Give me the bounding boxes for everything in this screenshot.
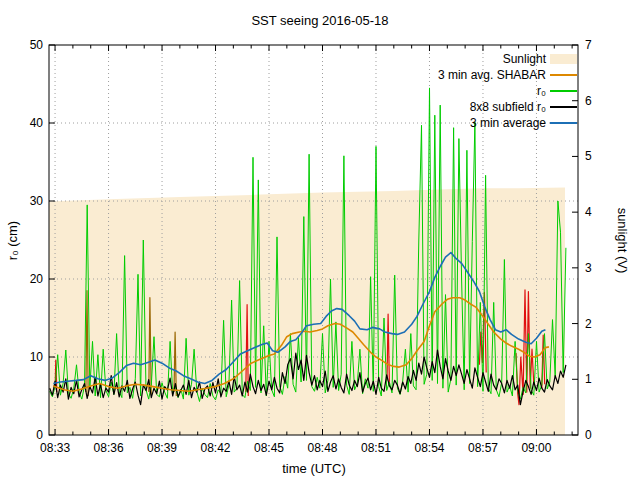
y-tick-label: 50 [30, 38, 44, 52]
x-tick-label: 09:00 [521, 441, 551, 455]
y2-tick-label: 6 [585, 94, 592, 108]
legend-row: Sunlight [240, 51, 578, 67]
legend-label: Sunlight [503, 51, 546, 67]
y2-tick-label: 5 [585, 149, 592, 163]
x-tick-label: 08:48 [307, 441, 337, 455]
screenshot-root: SST seeing 2016-05-18 r₀ (cm) sunlight (… [0, 0, 640, 480]
y-tick-label: 30 [30, 194, 44, 208]
legend-box-swatch [550, 54, 577, 64]
legend-line-swatch [550, 122, 577, 124]
x-tick-label: 08:42 [201, 441, 231, 455]
x-tick-label: 08:45 [254, 441, 284, 455]
x-tick-label: 08:54 [414, 441, 444, 455]
legend-line-swatch [550, 106, 577, 108]
y2-tick-label: 3 [585, 261, 592, 275]
y2-tick-label: 7 [585, 38, 592, 52]
y2-tick-label: 0 [585, 428, 592, 442]
legend-row: r₀ [240, 83, 578, 99]
x-tick-label: 08:36 [94, 441, 124, 455]
legend-row: 3 min average [240, 115, 578, 131]
y-tick-label: 10 [30, 350, 44, 364]
x-tick-label: 08:39 [147, 441, 177, 455]
legend-label: r₀ [537, 83, 546, 99]
y-tick-label: 40 [30, 116, 44, 130]
x-tick-label: 08:57 [468, 441, 498, 455]
chart-legend: Sunlight3 min avg. SHABARr₀8x8 subfield … [240, 51, 578, 131]
legend-row: 3 min avg. SHABAR [240, 67, 578, 83]
y2-tick-label: 1 [585, 372, 592, 386]
y-tick-label: 0 [36, 428, 43, 442]
legend-label: 3 min average [470, 115, 546, 131]
y2-tick-label: 4 [585, 205, 592, 219]
legend-row: 8x8 subfield r₀ [240, 99, 578, 115]
legend-label: 3 min avg. SHABAR [438, 67, 546, 83]
legend-line-swatch [550, 90, 577, 92]
x-tick-label: 08:33 [40, 441, 70, 455]
y2-tick-label: 2 [585, 317, 592, 331]
y-tick-label: 20 [30, 272, 44, 286]
legend-label: 8x8 subfield r₀ [470, 99, 546, 115]
x-tick-label: 08:51 [361, 441, 391, 455]
legend-line-swatch [550, 74, 577, 76]
